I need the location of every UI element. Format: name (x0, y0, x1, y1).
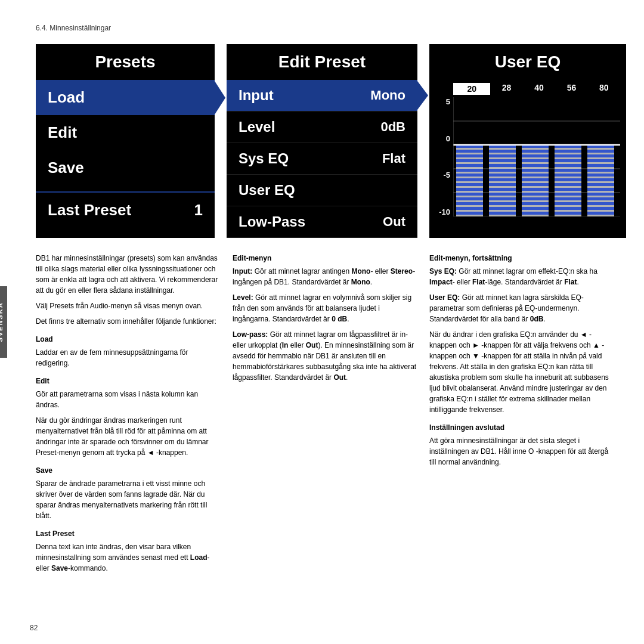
eq-y-n10: -10 (438, 208, 450, 216)
load-title: Load (36, 334, 221, 345)
eq-y-n5: -5 (438, 171, 450, 179)
intro-para: DB1 har minnesinställningar (presets) so… (36, 253, 221, 296)
edit-syseq-value: Flat (382, 151, 405, 166)
edit-body: Gör att parametrarna som visas i nästa k… (36, 389, 221, 410)
eq-freq-labels: 20 28 40 56 80 (435, 83, 620, 97)
eq-bar-28[interactable] (489, 145, 516, 216)
eq-bar-80[interactable] (587, 145, 614, 216)
eq-freq-28[interactable]: 28 (490, 83, 522, 95)
preset-save-item[interactable]: Save (36, 150, 215, 185)
page: SVENSKA 6.4. Minnesinställningar Presets… (0, 0, 644, 644)
eq-y-5: 5 (438, 97, 450, 106)
edit-input-row[interactable]: Input Mono (227, 80, 417, 112)
preset-edit-item[interactable]: Edit (36, 115, 215, 150)
avslutat-title: Inställningen avslutad (429, 422, 614, 433)
save-title: Save (36, 465, 221, 476)
sidebar-label: SVENSKA (0, 286, 7, 358)
edit-usereq-row[interactable]: User EQ (227, 175, 417, 206)
text-col-2: Edit-menyn Input: Gör att minnet lagrar … (233, 253, 417, 578)
user-eq-title: User EQ (429, 44, 626, 80)
presets-title: Presets (36, 44, 215, 80)
edit-input-value: Mono (370, 88, 405, 103)
text-col-1: DB1 har minnesinställningar (presets) so… (36, 253, 221, 578)
edit-preset-title: Edit Preset (227, 44, 417, 80)
edit-note: När du gör ändringar ändras markeringen … (36, 415, 221, 458)
preset-load-item[interactable]: Load (36, 80, 215, 115)
lowpass-desc: Low-pass: Gör att minnet lagrar om lågpa… (233, 329, 417, 383)
edit-menyn-title: Edit-menyn (233, 253, 417, 264)
edit-lowpass-row[interactable]: Low-Pass Out (227, 206, 417, 238)
edit-usereq-label: User EQ (239, 182, 295, 199)
edit-level-value: 0dB (380, 119, 405, 135)
avslutat-body: Att göra minnesinställningar är det sist… (429, 435, 614, 467)
eq-note: När du ändrar i den grafiska EQ:n använd… (429, 329, 614, 415)
save-body: Sparar de ändrade parametrarna i ett vis… (36, 478, 221, 521)
edit-lowpass-label: Low-Pass (239, 213, 305, 230)
para2: Välj Presets från Audio-menyn så visas m… (36, 301, 221, 311)
edit-syseq-row[interactable]: Sys EQ Flat (227, 143, 417, 175)
page-number: 82 (30, 624, 38, 632)
load-body: Laddar en av de fem minnesuppsättningarn… (36, 347, 221, 369)
user-eq-panel: User EQ 20 28 40 56 80 5 0 -5 (429, 44, 626, 238)
eq-freq-20[interactable]: 20 (453, 83, 490, 95)
edit-lowpass-value: Out (383, 214, 405, 230)
eq-display: 20 28 40 56 80 5 0 -5 -10 (429, 80, 626, 222)
eq-y-labels: 5 0 -5 -10 (435, 97, 453, 216)
edit-preset-panel: Edit Preset Input Mono Level 0dB Sys EQ … (227, 44, 417, 238)
syseq-desc: Sys EQ: Gör att minnet lagrar om effekt-… (429, 266, 614, 287)
eq-chart-svg (453, 97, 620, 216)
main-panels: Presets Load Edit Save Last Preset 1 Edi… (36, 44, 614, 238)
edit-level-row[interactable]: Level 0dB (227, 112, 417, 143)
usereq-desc: User EQ: Gör att minnet kan lagra särski… (429, 292, 614, 324)
eq-chart-area: 5 0 -5 -10 (435, 97, 620, 216)
edit-menyn-cont-title: Edit-menyn, fortsättning (429, 253, 614, 264)
eq-freq-40[interactable]: 40 (523, 83, 555, 95)
last-preset-value: 1 (194, 201, 203, 219)
presets-panel: Presets Load Edit Save Last Preset 1 (36, 44, 215, 238)
edit-level-label: Level (239, 119, 275, 135)
last-preset-label: Last Preset (48, 201, 131, 219)
edit-syseq-label: Sys EQ (239, 150, 289, 167)
text-content: DB1 har minnesinställningar (presets) so… (36, 253, 614, 578)
eq-freq-56[interactable]: 56 (555, 83, 587, 95)
level-desc: Level: Gör att minnet lagrar en volymniv… (233, 292, 417, 324)
breadcrumb: 6.4. Minnesinställningar (36, 24, 614, 32)
eq-bar-20[interactable] (456, 145, 483, 216)
edit-title: Edit (36, 376, 221, 386)
input-desc: Input: Gör att minnet lagrar antingen Mo… (233, 266, 417, 287)
eq-y-0: 0 (438, 134, 450, 143)
eq-freq-80[interactable]: 80 (588, 83, 620, 95)
para3: Det finns tre alternativ som innehåller … (36, 316, 221, 327)
eq-bar-40[interactable] (522, 145, 549, 216)
last-preset-title: Last Preset (36, 528, 221, 539)
text-col-3: Edit-menyn, fortsättning Sys EQ: Gör att… (429, 253, 614, 578)
edit-input-label: Input (239, 87, 274, 104)
last-preset-body: Denna text kan inte ändras, den visar ba… (36, 541, 221, 574)
eq-bar-56[interactable] (555, 145, 581, 216)
preset-last-item: Last Preset 1 (36, 191, 215, 228)
